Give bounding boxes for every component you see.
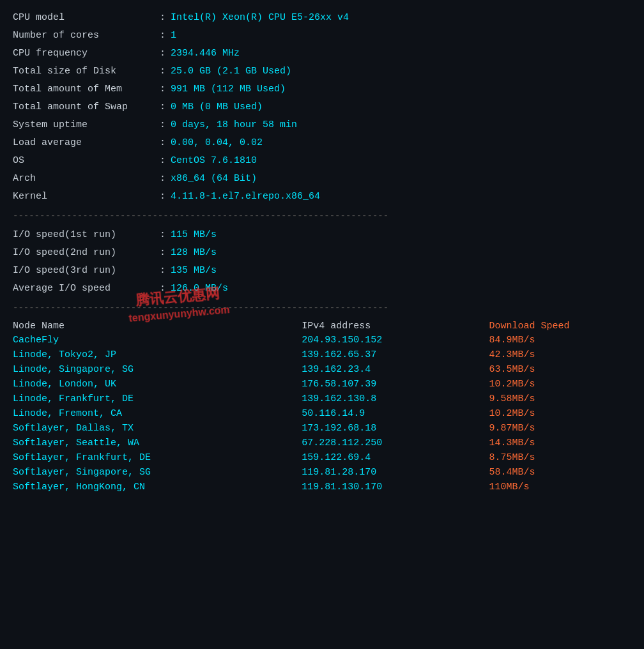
swap-value: 0 MB (0 MB Used) xyxy=(171,100,263,115)
col-ipv4: IPv4 address xyxy=(302,319,489,333)
network-node-speed: 84.9MB/s xyxy=(489,333,631,347)
network-node-name: Softlayer, Seattle, WA xyxy=(13,436,302,450)
io-run1-label: I/O speed(1st run) xyxy=(13,227,160,243)
mem-label: Total amount of Mem xyxy=(13,82,160,97)
network-table-row: Softlayer, Frankfurt, DE159.122.69.48.75… xyxy=(13,450,631,465)
uptime-value: 0 days, 18 hour 58 min xyxy=(171,118,297,133)
network-node-name: Linode, Frankfurt, DE xyxy=(13,392,302,406)
network-section: Node Name IPv4 address Download Speed Ca… xyxy=(13,319,631,494)
network-table-row: Linode, London, UK176.58.107.3910.2MB/s xyxy=(13,377,631,392)
col-speed: Download Speed xyxy=(489,319,631,333)
mem-value: 991 MB (112 MB Used) xyxy=(171,82,286,97)
load-value: 0.00, 0.04, 0.02 xyxy=(171,135,263,151)
cpu-freq-row: CPU frequency : 2394.446 MHz xyxy=(13,46,631,61)
network-node-name: CacheFly xyxy=(13,333,302,347)
arch-row: Arch : x86_64 (64 Bit) xyxy=(13,171,631,187)
network-node-name: Linode, Tokyo2, JP xyxy=(13,347,302,362)
cpu-model-row: CPU model : Intel(R) Xeon(R) CPU E5-26xx… xyxy=(13,10,631,26)
network-node-ip: 67.228.112.250 xyxy=(302,436,489,450)
network-table-row: CacheFly204.93.150.15284.9MB/s xyxy=(13,333,631,347)
network-node-name: Linode, Singapore, SG xyxy=(13,362,302,377)
network-node-name: Softlayer, Singapore, SG xyxy=(13,465,302,480)
cpu-model-label: CPU model xyxy=(13,10,160,26)
divider-2: ----------------------------------------… xyxy=(13,303,631,313)
uptime-label: System uptime xyxy=(13,118,160,133)
num-cores-value: 1 xyxy=(171,28,176,43)
network-node-speed: 58.4MB/s xyxy=(489,465,631,480)
io-run3-value: 135 MB/s xyxy=(171,263,217,279)
network-node-speed: 9.87MB/s xyxy=(489,421,631,436)
arch-value: x86_64 (64 Bit) xyxy=(171,171,257,187)
swap-row: Total amount of Swap : 0 MB (0 MB Used) xyxy=(13,100,631,115)
network-node-name: Linode, Fremont, CA xyxy=(13,406,302,421)
network-node-name: Softlayer, Frankfurt, DE xyxy=(13,450,302,465)
cpu-freq-label: CPU frequency xyxy=(13,46,160,61)
network-node-ip: 176.58.107.39 xyxy=(302,377,489,392)
network-node-speed: 9.58MB/s xyxy=(489,392,631,406)
network-node-ip: 204.93.150.152 xyxy=(302,333,489,347)
num-cores-row: Number of cores : 1 xyxy=(13,28,631,43)
network-table: Node Name IPv4 address Download Speed Ca… xyxy=(13,319,631,494)
io-run2-row: I/O speed(2nd run) : 128 MB/s xyxy=(13,245,631,261)
network-node-name: Linode, London, UK xyxy=(13,377,302,392)
os-label: OS xyxy=(13,153,160,169)
load-row: Load average : 0.00, 0.04, 0.02 xyxy=(13,135,631,151)
network-node-speed: 63.5MB/s xyxy=(489,362,631,377)
divider-1: ----------------------------------------… xyxy=(13,211,631,221)
os-row: OS : CentOS 7.6.1810 xyxy=(13,153,631,169)
num-cores-label: Number of cores xyxy=(13,28,160,43)
io-avg-value: 126.0 MB/s xyxy=(171,281,228,296)
network-node-speed: 10.2MB/s xyxy=(489,406,631,421)
network-node-ip: 50.116.14.9 xyxy=(302,406,489,421)
io-run3-row: I/O speed(3rd run) : 135 MB/s xyxy=(13,263,631,279)
network-node-speed: 8.75MB/s xyxy=(489,450,631,465)
cpu-freq-value: 2394.446 MHz xyxy=(171,46,240,61)
kernel-value: 4.11.8-1.el7.elrepo.x86_64 xyxy=(171,189,320,204)
network-table-row: Softlayer, Singapore, SG119.81.28.17058.… xyxy=(13,465,631,480)
io-run1-value: 115 MB/s xyxy=(171,227,217,243)
network-table-row: Linode, Singapore, SG139.162.23.463.5MB/… xyxy=(13,362,631,377)
network-table-row: Softlayer, HongKong, CN119.81.130.170110… xyxy=(13,480,631,494)
io-avg-label: Average I/O speed xyxy=(13,281,160,296)
io-run2-value: 128 MB/s xyxy=(171,245,217,261)
io-run1-row: I/O speed(1st run) : 115 MB/s xyxy=(13,227,631,243)
network-node-ip: 139.162.23.4 xyxy=(302,362,489,377)
disk-value: 25.0 GB (2.1 GB Used) xyxy=(171,64,291,79)
network-node-speed: 42.3MB/s xyxy=(489,347,631,362)
network-table-header: Node Name IPv4 address Download Speed xyxy=(13,319,631,333)
io-run3-label: I/O speed(3rd run) xyxy=(13,263,160,279)
network-node-speed: 110MB/s xyxy=(489,480,631,494)
io-avg-row: Average I/O speed : 126.0 MB/s xyxy=(13,281,631,296)
arch-label: Arch xyxy=(13,171,160,187)
mem-row: Total amount of Mem : 991 MB (112 MB Use… xyxy=(13,82,631,97)
network-node-name: Softlayer, HongKong, CN xyxy=(13,480,302,494)
network-node-ip: 119.81.130.170 xyxy=(302,480,489,494)
network-node-ip: 159.122.69.4 xyxy=(302,450,489,465)
disk-label: Total size of Disk xyxy=(13,64,160,79)
network-node-speed: 14.3MB/s xyxy=(489,436,631,450)
network-table-row: Linode, Tokyo2, JP139.162.65.3742.3MB/s xyxy=(13,347,631,362)
system-info-section: CPU model : Intel(R) Xeon(R) CPU E5-26xx… xyxy=(13,10,631,204)
network-table-row: Linode, Fremont, CA50.116.14.910.2MB/s xyxy=(13,406,631,421)
io-run2-label: I/O speed(2nd run) xyxy=(13,245,160,261)
network-node-ip: 119.81.28.170 xyxy=(302,465,489,480)
network-table-row: Linode, Frankfurt, DE139.162.130.89.58MB… xyxy=(13,392,631,406)
load-label: Load average xyxy=(13,135,160,151)
kernel-label: Kernel xyxy=(13,189,160,204)
network-node-speed: 10.2MB/s xyxy=(489,377,631,392)
network-node-name: Softlayer, Dallas, TX xyxy=(13,421,302,436)
network-table-row: Softlayer, Dallas, TX173.192.68.189.87MB… xyxy=(13,421,631,436)
io-section: I/O speed(1st run) : 115 MB/s I/O speed(… xyxy=(13,227,631,296)
kernel-row: Kernel : 4.11.8-1.el7.elrepo.x86_64 xyxy=(13,189,631,204)
swap-label: Total amount of Swap xyxy=(13,100,160,115)
os-value: CentOS 7.6.1810 xyxy=(171,153,257,169)
col-node-name: Node Name xyxy=(13,319,302,333)
network-node-ip: 173.192.68.18 xyxy=(302,421,489,436)
network-node-ip: 139.162.130.8 xyxy=(302,392,489,406)
network-node-ip: 139.162.65.37 xyxy=(302,347,489,362)
disk-row: Total size of Disk : 25.0 GB (2.1 GB Use… xyxy=(13,64,631,79)
cpu-model-value: Intel(R) Xeon(R) CPU E5-26xx v4 xyxy=(171,10,349,26)
uptime-row: System uptime : 0 days, 18 hour 58 min xyxy=(13,118,631,133)
network-table-row: Softlayer, Seattle, WA67.228.112.25014.3… xyxy=(13,436,631,450)
